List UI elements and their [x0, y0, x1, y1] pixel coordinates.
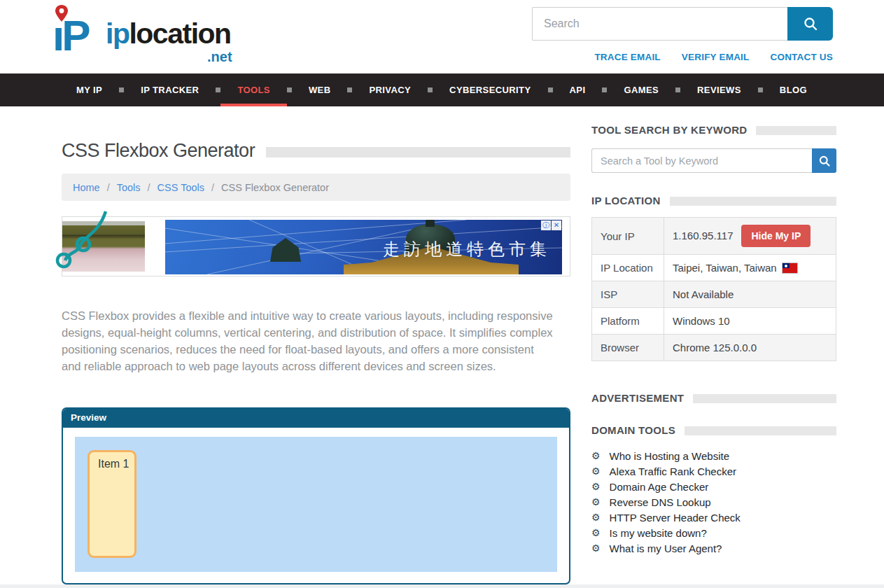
nav-item-reviews[interactable]: REVIEWS — [680, 74, 758, 106]
page: ıP iplocation .net TRACE EMAILVERIFY EMA… — [0, 0, 884, 588]
nav-item-web[interactable]: WEB — [292, 74, 348, 106]
domain-tool-link-who-is-hosting-a-website[interactable]: Who is Hosting a Website — [610, 450, 729, 462]
ip-location-heading: IP LOCATION — [591, 195, 836, 206]
ip-location-table: Your IP1.160.95.117Hide My IPIP Location… — [591, 217, 836, 361]
main-content: CSS Flexbox Generator Home/Tools/CSS Too… — [0, 106, 884, 588]
domain-tool-link-domain-age-checker[interactable]: Domain Age Checker — [610, 481, 709, 493]
ip-row-value: Not Available — [664, 281, 836, 308]
list-item: ⚙Reverse DNS Lookup — [591, 494, 836, 510]
table-row: BrowserChrome 125.0.0.0 — [592, 335, 836, 361]
header-link-verify-email[interactable]: VERIFY EMAIL — [682, 52, 750, 62]
site-search-button[interactable] — [787, 7, 833, 41]
hide-my-ip-button[interactable]: Hide My IP — [741, 225, 811, 247]
breadcrumb-separator: / — [107, 182, 110, 193]
taiwan-flag-icon — [783, 263, 797, 273]
list-item: ⚙Domain Age Checker — [591, 479, 836, 494]
nav-item-api[interactable]: API — [553, 74, 603, 106]
domain-tool-link-is-my-website-down[interactable]: Is my website down? — [610, 527, 707, 539]
preview-panel: Preview Item 1 — [62, 407, 570, 584]
gear-icon: ⚙ — [591, 482, 601, 491]
search-icon — [803, 16, 818, 31]
tool-search-button[interactable] — [812, 148, 836, 173]
ip-row-value-text: Chrome 125.0.0.0 — [673, 342, 757, 354]
nav-item-games[interactable]: GAMES — [607, 74, 675, 106]
flexbox-preview-container: Item 1 — [75, 437, 557, 572]
breadcrumb-separator: / — [148, 182, 150, 193]
nav-separator — [602, 88, 607, 92]
heading-decoration-bar — [756, 126, 836, 135]
nav-separator — [428, 88, 433, 92]
nav-item-blog[interactable]: BLOG — [763, 74, 824, 106]
ad-banner[interactable]: 走訪地道特色市集 ⓘ ✕ — [62, 216, 570, 276]
domain-tool-link-alexa-traffic-rank-checker[interactable]: Alexa Traffic Rank Checker — [610, 465, 736, 477]
table-row: PlatformWindows 10 — [592, 308, 836, 335]
list-item: ⚙What is my User Agent? — [591, 540, 836, 556]
gear-icon: ⚙ — [591, 466, 601, 476]
ip-row-value: Taipei, Taiwan, Taiwan — [664, 255, 836, 281]
site-search-form — [532, 7, 833, 41]
ad-left-thumbnail-image — [62, 221, 145, 272]
nav-item-ip-tracker[interactable]: IP TRACKER — [124, 74, 216, 106]
domain-tool-link-http-server-header-check[interactable]: HTTP Server Header Check — [610, 512, 741, 524]
header-link-contact-us[interactable]: CONTACT US — [771, 52, 834, 62]
title-decoration-bar — [266, 147, 570, 158]
preview-panel-header: Preview — [63, 409, 569, 428]
ip-row-label: Browser — [592, 335, 664, 361]
breadcrumb-css-tools[interactable]: CSS Tools — [157, 182, 204, 193]
ad-choices: ⓘ ✕ — [541, 220, 561, 230]
ip-row-value: Windows 10 — [664, 308, 836, 335]
ad-info-icon[interactable]: ⓘ — [541, 220, 551, 230]
domain-tools-list: ⚙Who is Hosting a Website⚙Alexa Traffic … — [591, 448, 836, 556]
breadcrumb-separator: / — [211, 182, 214, 193]
gear-icon: ⚙ — [591, 543, 601, 553]
sidebar: TOOL SEARCH BY KEYWORD IP LOCATION Your … — [591, 124, 836, 556]
nav-separator — [347, 88, 352, 92]
breadcrumb-tools[interactable]: Tools — [117, 182, 141, 193]
logo-ip-icon: ıP — [52, 4, 104, 63]
table-row: ISPNot Available — [592, 281, 836, 308]
nav-item-cybersecurity[interactable]: CYBERSECURITY — [433, 74, 547, 106]
site-header: ıP iplocation .net TRACE EMAILVERIFY EMA… — [0, 0, 884, 74]
ad-building-cupola — [426, 220, 435, 227]
logo-wordmark: iplocation .net — [106, 20, 231, 48]
ip-row-label: IP Location — [592, 255, 664, 281]
gear-icon: ⚙ — [591, 528, 601, 538]
header-right: TRACE EMAILVERIFY EMAILCONTACT US — [532, 7, 833, 62]
header-link-trace-email[interactable]: TRACE EMAIL — [594, 52, 660, 62]
heading-decoration-bar — [670, 197, 836, 206]
tool-search-heading: TOOL SEARCH BY KEYWORD — [591, 124, 836, 136]
table-row: IP LocationTaipei, Taiwan, Taiwan — [592, 255, 836, 281]
tool-search-input[interactable] — [591, 148, 812, 173]
search-icon — [818, 155, 831, 167]
table-row: Your IP1.160.95.117Hide My IP — [592, 218, 836, 255]
domain-tool-link-reverse-dns-lookup[interactable]: Reverse DNS Lookup — [610, 496, 711, 508]
list-item: ⚙Is my website down? — [591, 525, 836, 540]
nav-item-privacy[interactable]: PRIVACY — [352, 74, 428, 106]
ip-row-value-text: Taipei, Taiwan, Taiwan — [673, 262, 777, 274]
gear-icon: ⚙ — [591, 512, 601, 522]
nav-item-tools[interactable]: TOOLS — [220, 74, 287, 106]
domain-tools-heading: DOMAIN TOOLS — [591, 424, 836, 436]
preview-panel-body: Item 1 — [63, 428, 569, 583]
ip-row-label: Platform — [592, 308, 664, 335]
nav-separator — [287, 88, 292, 92]
nav-separator — [119, 88, 124, 92]
nav-separator — [216, 88, 220, 92]
main-column: CSS Flexbox Generator Home/Tools/CSS Too… — [62, 140, 570, 584]
ip-row-value-text: 1.160.95.117 — [673, 230, 733, 241]
domain-tool-link-what-is-my-user-agent[interactable]: What is my User Agent? — [610, 542, 722, 554]
ip-row-value: 1.160.95.117Hide My IP — [664, 218, 836, 255]
gear-icon: ⚙ — [591, 451, 601, 461]
footer-strip — [0, 584, 884, 588]
logo[interactable]: ıP iplocation .net — [52, 4, 231, 63]
tool-search-form — [591, 148, 836, 173]
breadcrumb-home[interactable]: Home — [73, 182, 100, 193]
header-links: TRACE EMAILVERIFY EMAILCONTACT US — [532, 52, 833, 62]
ad-close-icon[interactable]: ✕ — [552, 220, 561, 230]
main-nav-list: MY IPIP TRACKERTOOLSWEBPRIVACYCYBERSECUR… — [59, 74, 884, 106]
nav-separator — [548, 88, 553, 92]
site-search-input[interactable] — [532, 7, 787, 41]
ip-row-value-text: Windows 10 — [673, 315, 730, 327]
breadcrumb: Home/Tools/CSS Tools/CSS Flexbox Generat… — [62, 174, 570, 201]
nav-item-my-ip[interactable]: MY IP — [59, 74, 119, 106]
